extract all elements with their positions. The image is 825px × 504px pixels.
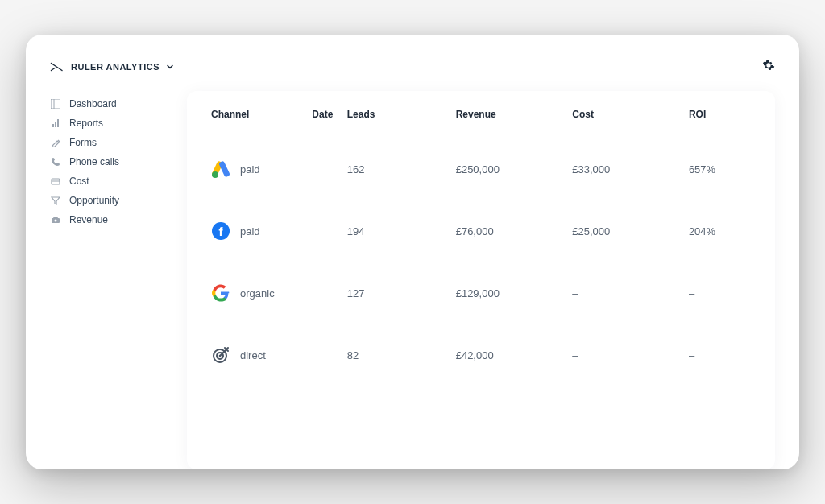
sidebar-item-label: Phone calls [69, 156, 119, 167]
svg-rect-9 [53, 217, 58, 218]
reports-icon [50, 118, 61, 129]
main-panel: Channel Date Leads Revenue Cost ROI paid [187, 91, 775, 469]
channel-table: Channel Date Leads Revenue Cost ROI paid [211, 91, 751, 386]
cell-roi: – [689, 349, 751, 361]
cell-roi: – [689, 287, 751, 300]
sidebar-item-label: Forms [69, 137, 97, 148]
brand-selector[interactable]: RULER ANALYTICS [50, 60, 174, 74]
facebook-icon: f [211, 221, 230, 241]
header-channel[interactable]: Channel [211, 109, 312, 120]
top-bar: RULER ANALYTICS [50, 59, 775, 75]
svg-rect-2 [52, 124, 54, 127]
content: Dashboard Reports Forms Phone calls Cost… [50, 91, 775, 469]
table-row[interactable]: f paid 194 £76,000 £25,000 204% [211, 200, 751, 262]
google-icon [211, 283, 230, 303]
sidebar-item-revenue[interactable]: Revenue [50, 210, 163, 229]
sidebar-item-cost[interactable]: Cost [50, 171, 163, 191]
sidebar-item-label: Reports [69, 118, 103, 129]
app-window: RULER ANALYTICS Dashboard Reports Forms [26, 35, 799, 469]
ruler-logo-icon [50, 61, 64, 72]
forms-icon [50, 137, 61, 148]
cell-channel: paid [240, 163, 260, 176]
cell-channel: direct [240, 349, 266, 361]
chevron-down-icon [166, 60, 174, 74]
cell-cost: £33,000 [572, 163, 689, 176]
dashboard-icon [50, 98, 61, 109]
sidebar-item-phone-calls[interactable]: Phone calls [50, 152, 163, 171]
svg-point-8 [55, 220, 57, 222]
cell-cost: £25,000 [572, 225, 689, 238]
sidebar-item-label: Opportunity [69, 195, 119, 206]
cell-cost: – [572, 287, 689, 300]
cost-icon [50, 176, 61, 187]
cell-revenue: £129,000 [456, 287, 573, 300]
header-leads[interactable]: Leads [347, 109, 456, 120]
phone-icon [50, 156, 61, 167]
sidebar-item-reports[interactable]: Reports [50, 114, 163, 133]
cell-cost: – [572, 349, 689, 361]
cell-revenue: £76,000 [456, 225, 573, 238]
cell-leads: 82 [347, 349, 456, 361]
cell-roi: 204% [689, 225, 751, 238]
table-row[interactable]: direct 82 £42,000 – – [211, 324, 751, 386]
table-row[interactable]: paid 162 £250,000 £33,000 657% [211, 138, 751, 200]
cell-leads: 162 [347, 163, 456, 176]
revenue-icon [50, 214, 61, 225]
sidebar-item-label: Cost [69, 176, 89, 187]
sidebar-item-dashboard[interactable]: Dashboard [50, 94, 163, 114]
funnel-icon [50, 195, 61, 206]
cell-revenue: £250,000 [456, 163, 573, 176]
google-ads-icon [211, 159, 230, 179]
table-header: Channel Date Leads Revenue Cost ROI [211, 91, 751, 138]
sidebar-item-forms[interactable]: Forms [50, 133, 163, 152]
sidebar-item-opportunity[interactable]: Opportunity [50, 191, 163, 210]
svg-rect-4 [57, 119, 59, 127]
cell-channel: paid [240, 225, 260, 238]
svg-rect-0 [51, 99, 60, 109]
svg-rect-3 [55, 122, 56, 127]
cell-roi: 657% [689, 163, 751, 176]
header-date[interactable]: Date [312, 109, 346, 120]
sidebar-item-label: Dashboard [69, 98, 117, 109]
direct-target-icon [211, 345, 230, 365]
sidebar: Dashboard Reports Forms Phone calls Cost… [50, 91, 163, 469]
brand-name: RULER ANALYTICS [71, 62, 160, 72]
sidebar-item-label: Revenue [69, 214, 108, 225]
cell-revenue: £42,000 [456, 349, 573, 361]
cell-leads: 194 [347, 225, 456, 238]
header-cost[interactable]: Cost [572, 109, 689, 120]
header-revenue[interactable]: Revenue [456, 109, 573, 120]
header-roi[interactable]: ROI [689, 109, 751, 120]
settings-button[interactable] [762, 59, 775, 75]
cell-leads: 127 [347, 287, 456, 300]
table-row[interactable]: organic 127 £129,000 – – [211, 262, 751, 324]
cell-channel: organic [240, 287, 275, 300]
